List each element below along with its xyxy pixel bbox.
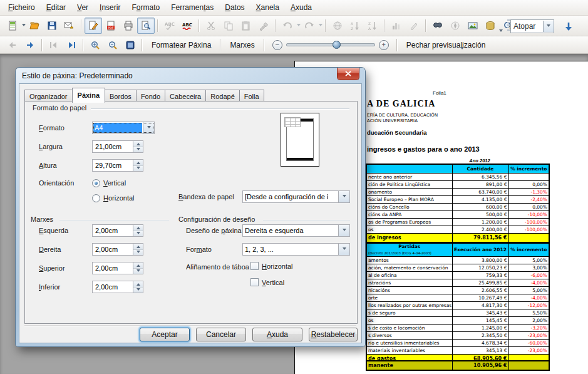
help-button[interactable]: Axuda — [252, 328, 302, 341]
portrait-radio[interactable] — [92, 179, 100, 187]
save-button[interactable] — [43, 18, 61, 34]
margin-left-up-icon[interactable] — [133, 225, 143, 231]
number-format-dropdown-button[interactable] — [338, 244, 349, 255]
paper-format-group-label: Formato do papel — [33, 104, 90, 112]
table-row: os de Programas Europeos1.200,00 €-100,0… — [366, 219, 549, 226]
find-next-button[interactable] — [560, 18, 577, 34]
slider-plus-icon[interactable]: + — [379, 40, 389, 50]
align-horizontal-label[interactable]: Horizontal — [262, 262, 293, 270]
menu-ficheiro[interactable]: Ficheiro — [3, 1, 41, 14]
menu-formato[interactable]: Formato — [126, 1, 165, 14]
margin-right-up-icon[interactable] — [133, 244, 143, 250]
edit-file-button[interactable] — [85, 18, 102, 34]
export-pdf-button[interactable]: PDF — [102, 18, 120, 34]
show-draw-functions-button — [405, 18, 423, 34]
percent-cell: -100,00% — [508, 226, 549, 234]
page-layout-dropdown-button[interactable] — [338, 225, 349, 236]
find-combobox[interactable]: Atopar — [510, 19, 554, 33]
height-up-icon[interactable] — [133, 160, 143, 166]
slider-track[interactable] — [286, 43, 375, 46]
find-value[interactable]: Atopar — [511, 22, 543, 31]
menu-inserir[interactable]: Inserir — [94, 1, 126, 14]
menu-datos[interactable]: Datos — [219, 1, 250, 14]
data-sources-button[interactable] — [482, 18, 499, 34]
print-button[interactable] — [120, 18, 137, 34]
dialog-title-bar[interactable]: Estilo de páxina: Predeterminado — [16, 68, 365, 83]
page-preview-button[interactable] — [137, 18, 155, 34]
dialog-close-button[interactable] — [337, 68, 359, 80]
margin-top-up-icon[interactable] — [133, 262, 143, 269]
margin-left-value[interactable]: 2,00cm — [93, 225, 133, 236]
auto-spellcheck-button[interactable]: ABC — [178, 18, 196, 34]
page-layout-combobox[interactable]: Dereita e esquerda — [242, 224, 350, 237]
margin-bottom-up-icon[interactable] — [133, 281, 143, 288]
application-window: Ficheiro Editar Ver Inserir Formato Ferr… — [0, 0, 588, 374]
last-page-button[interactable] — [63, 37, 80, 53]
menu-ver[interactable]: Ver — [71, 1, 94, 14]
margin-right-value[interactable]: 2,00cm — [93, 244, 133, 255]
paper-tray-combobox[interactable]: [Desde a configuración de i — [242, 190, 350, 203]
margin-top-down-icon[interactable] — [133, 269, 143, 274]
margin-left-spinner[interactable]: 2,00cm — [92, 224, 143, 237]
width-spinner[interactable]: 21,00cm — [92, 140, 143, 153]
zoom-out-button[interactable] — [104, 37, 121, 53]
percent-cell — [508, 174, 549, 181]
width-value[interactable]: 21,00cm — [93, 141, 133, 152]
toolbar-overflow-icon[interactable] — [460, 47, 464, 51]
align-vertical-label[interactable]: Vertical — [262, 279, 284, 286]
format-value: A4 — [93, 123, 142, 133]
next-page-button[interactable] — [21, 37, 39, 53]
number-format-combobox[interactable]: 1, 2, 3, ... — [242, 243, 350, 256]
close-preview-button[interactable]: Pechar previsualización — [400, 38, 492, 52]
tab-paxina[interactable]: Páxina — [72, 88, 105, 103]
new-document-button[interactable] — [4, 18, 21, 34]
paper-tray-dropdown-button[interactable] — [338, 191, 349, 202]
margin-right-down-icon[interactable] — [133, 250, 143, 256]
toolbar-overflow-icon[interactable] — [499, 29, 503, 34]
income-table: Cantidade % incremento nente ano anterio… — [366, 164, 550, 243]
zoom-slider[interactable]: − + — [272, 40, 389, 50]
format-combobox[interactable]: A4 — [92, 122, 155, 134]
copy-button — [220, 18, 237, 34]
zoom-in-button[interactable] — [86, 37, 104, 53]
margin-top-label: Superior — [39, 264, 65, 272]
margin-top-spinner[interactable]: 2,00cm — [92, 262, 143, 274]
margin-bottom-spinner[interactable]: 2,00cm — [92, 281, 143, 293]
landscape-label[interactable]: Horizontal — [103, 194, 135, 202]
margin-bottom-down-icon[interactable] — [133, 288, 143, 293]
slider-minus-icon[interactable]: − — [272, 40, 282, 50]
email-document-button[interactable] — [61, 18, 78, 34]
height-down-icon[interactable] — [133, 166, 143, 172]
slider-handle[interactable] — [333, 41, 341, 49]
ok-button[interactable]: Aceptar — [140, 328, 190, 341]
format-page-button[interactable]: Formatear Páxina — [145, 38, 217, 52]
menu-xanela[interactable]: Xanela — [250, 1, 285, 14]
margin-bottom-value[interactable]: 2,00cm — [93, 281, 133, 293]
menu-axuda[interactable]: Axuda — [285, 1, 317, 14]
reset-button[interactable]: Restabelecer — [309, 328, 358, 341]
portrait-label[interactable]: Vertical — [103, 179, 126, 187]
amount-cell: 600,00 € — [452, 204, 508, 211]
cancel-button[interactable]: Cancelar — [196, 328, 246, 341]
full-screen-button[interactable] — [121, 37, 139, 53]
menu-ferramentas[interactable]: Ferramentas — [165, 1, 219, 14]
expense-header-partidas: Partidas (Decreto 201/2003 (DOG 4-04-200… — [366, 243, 452, 257]
open-button[interactable] — [26, 18, 43, 34]
margin-top-value[interactable]: 2,00cm — [93, 262, 133, 274]
landscape-radio[interactable] — [92, 194, 100, 202]
find-and-replace-button[interactable] — [429, 18, 446, 34]
gallery-button[interactable] — [464, 18, 482, 34]
menu-editar[interactable]: Editar — [41, 1, 71, 14]
align-horizontal-checkbox[interactable] — [250, 262, 259, 270]
find-dropdown-button[interactable] — [543, 21, 554, 32]
height-value[interactable]: 29,70cm — [93, 160, 133, 171]
margin-right-spinner[interactable]: 2,00cm — [92, 243, 143, 256]
width-down-icon[interactable] — [133, 147, 143, 153]
margin-left-down-icon[interactable] — [133, 231, 143, 237]
remanente-empty — [508, 361, 549, 370]
format-dropdown-button[interactable] — [143, 122, 154, 133]
width-up-icon[interactable] — [133, 141, 143, 147]
margins-button[interactable]: Marxes — [224, 38, 260, 52]
align-vertical-checkbox[interactable] — [250, 278, 259, 286]
height-spinner[interactable]: 29,70cm — [92, 159, 143, 172]
